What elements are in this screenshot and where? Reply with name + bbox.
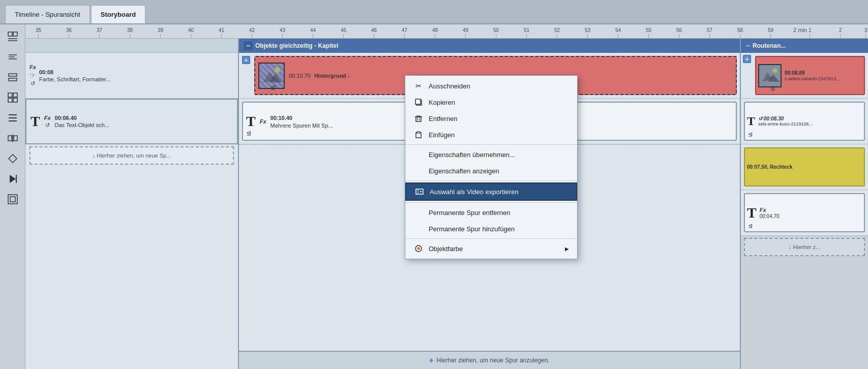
text-icon-r4: T [747, 205, 757, 221]
right-clip1-thumb [758, 64, 782, 87]
trash-icon [413, 113, 424, 124]
right-clip2-info: ↺ 00:08.30 xels-emre-kuzu-2119106... [758, 116, 862, 127]
svg-rect-12 [13, 98, 17, 102]
left-track-section: Fx ☞ ↺ 00:08 Farbe, Schriftart, Formatie… [25, 39, 239, 369]
ctx-sep1 [405, 144, 577, 145]
clip1-time: 00:10.70 [289, 73, 311, 79]
right-chapter-header: − Routenan... [741, 39, 868, 53]
loop-icon2: ↺ [45, 122, 50, 129]
align-icon-r1: ⊴ [770, 85, 775, 92]
right-clip4-info: Fx 00:04.70 [760, 206, 780, 219]
split-icon[interactable] [4, 129, 22, 147]
right-track-row-3: 00:07.50, Rechteck [741, 144, 868, 190]
middle-chapter-collapse[interactable]: − [244, 42, 252, 50]
svg-point-29 [772, 68, 777, 73]
ctx-properties-show[interactable]: Eigenschaften anzeigen [405, 163, 577, 179]
clip2-time: 00:10.40 [271, 115, 292, 121]
right-track-row-4: T Fx 00:04.70 ⊴ [741, 190, 868, 236]
play-forward-icon[interactable] [4, 170, 22, 188]
align-icon-r2: ⊴ [748, 131, 753, 138]
color-icon [413, 243, 424, 254]
rows-icon[interactable] [4, 109, 22, 127]
right-clip1-time: 00:08.89 [785, 70, 840, 76]
fx-icon: Fx [29, 64, 36, 70]
align-bottom-icon: ⊴ [271, 84, 276, 91]
loop-icon-r2: ↺ 00:08.30 [758, 116, 862, 121]
ctx-cut[interactable]: ✂ Ausschneiden [405, 78, 577, 94]
left-track1-label: Farbe, Schriftart, Formatier... [39, 76, 234, 82]
keyframe-icon[interactable] [4, 149, 22, 168]
timeline-marker-icon[interactable] [4, 27, 22, 46]
scissors-icon: ✂ [413, 81, 424, 91]
fit-icon[interactable] [4, 190, 22, 208]
ctx-sep2 [405, 180, 577, 181]
submenu-arrow-icon: ▶ [565, 246, 569, 252]
ctx-delete[interactable]: Entfernen [405, 110, 577, 127]
left-track2-label: Das Text-Objekt sch... [55, 122, 233, 128]
right-clip-2[interactable]: T ↺ 00:08.30 xels-emre-kuzu-2119106... ⊴ [744, 102, 865, 141]
svg-rect-32 [416, 117, 421, 121]
svg-rect-17 [8, 136, 12, 141]
left-track2-time: 00:06.40 [55, 115, 233, 121]
ctx-sep4 [405, 238, 577, 239]
svg-rect-0 [8, 32, 12, 36]
right-clip-4[interactable]: T Fx 00:04.70 ⊴ [744, 193, 865, 232]
track-row-left-2: T Fx ↺ 00:06.40 Das Text-Objekt sch... [25, 99, 238, 144]
svg-marker-41 [420, 191, 422, 193]
svg-rect-11 [8, 98, 12, 102]
ctx-remove-track[interactable]: Permanente Spur entfernen [405, 204, 577, 221]
paste-icon [413, 130, 424, 140]
right-track1-add[interactable]: + [743, 55, 751, 63]
align-icon-r4: ⊴ [748, 223, 753, 229]
right-clip1-label: s-artem-saranin-1547813... [785, 76, 840, 81]
ruler-2min-label: 2 min [793, 27, 807, 33]
right-chapter-collapse[interactable]: − [746, 42, 750, 49]
middle-drop-zone[interactable]: ♦ Hierher ziehen, um neue Spur anzulegen… [239, 351, 740, 369]
left-drop-zone[interactable]: ↓ Hierher ziehen, um neue Sp... [29, 146, 234, 165]
empty-icon4 [413, 224, 424, 234]
right-track-row-1: + 00:08.89 [741, 53, 868, 99]
right-section: − Routenan... + [741, 39, 868, 369]
text-icon-left: T [31, 113, 40, 130]
svg-rect-34 [417, 116, 420, 117]
right-drop-zone[interactable]: ↓ Hierher z... [744, 238, 865, 256]
ctx-sep3 [405, 202, 577, 203]
tab-timeline[interactable]: Timeline - Spuransicht [5, 5, 90, 23]
svg-point-26 [275, 67, 280, 73]
ctx-add-track[interactable]: Permanente Spur hinzufügen [405, 221, 577, 237]
svg-rect-22 [8, 195, 17, 204]
svg-marker-19 [9, 155, 17, 163]
ctx-paste[interactable]: Einfügen [405, 127, 577, 143]
layers-icon[interactable] [4, 68, 22, 86]
right-track-row-2: T ↺ 00:08.30 xels-emre-kuzu-2119106... ⊴ [741, 99, 868, 144]
ruler: 35 36 37 38 39 40 41 42 43 44 45 46 47 4… [25, 24, 868, 39]
svg-rect-38 [417, 132, 420, 133]
tab-storyboard[interactable]: Storyboard [91, 5, 145, 23]
ctx-object-color[interactable]: Objektfarbe ▶ [405, 240, 577, 257]
group-icon[interactable] [4, 88, 22, 107]
track-row-left-1: Fx ☞ ↺ 00:08 Farbe, Schriftart, Formatie… [25, 53, 238, 99]
right-clip-1[interactable]: 00:08.89 s-artem-saranin-1547813... ⊴ [755, 56, 865, 95]
fx-icon3: Fx [260, 118, 266, 125]
copy-icon [413, 97, 424, 107]
hand-icon: ☞ [29, 71, 36, 79]
text-icon-mid: T [246, 113, 256, 130]
text-icon-r2: T [747, 114, 755, 128]
left-toolbar [0, 24, 25, 369]
ctx-properties-copy[interactable]: Eigenschaften übernehmen... [405, 146, 577, 163]
align-left-icon[interactable] [4, 48, 22, 66]
empty-icon3 [413, 207, 424, 218]
svg-rect-8 [9, 78, 17, 81]
svg-rect-7 [9, 74, 17, 76]
ctx-copy[interactable]: Kopieren [405, 94, 577, 110]
empty-icon1 [413, 149, 424, 160]
right-clip-3[interactable]: 00:07.50, Rechteck [744, 147, 865, 187]
ctx-export-video[interactable]: Auswahl als Video exportieren [405, 182, 577, 201]
context-menu: ✂ Ausschneiden Kopieren [405, 75, 578, 259]
svg-point-43 [417, 247, 420, 250]
export-icon [414, 187, 425, 197]
clip1-label: Hintergrund - [314, 73, 350, 79]
empty-icon2 [413, 166, 424, 176]
svg-rect-9 [8, 93, 12, 97]
middle-track1-add[interactable]: + [242, 56, 250, 64]
